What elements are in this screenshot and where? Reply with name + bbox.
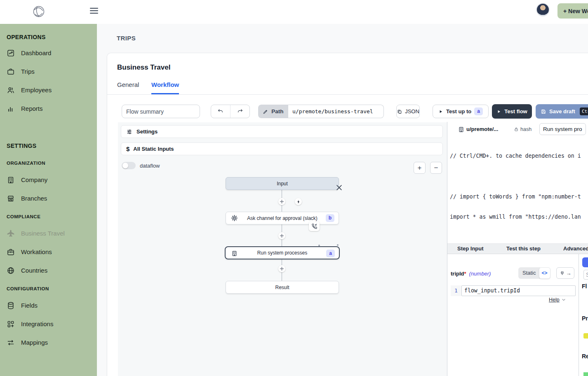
truncated-search-input[interactable]: S <box>583 270 588 280</box>
test-flow-label: Test flow <box>504 108 527 114</box>
tab-workflow[interactable]: Workflow <box>151 81 179 94</box>
sidebar-item-fields[interactable]: Fields <box>0 296 97 315</box>
mappings-icon <box>7 339 15 347</box>
sidebar-item-reports[interactable]: Reports <box>0 99 97 118</box>
add-step-icon[interactable] <box>278 198 285 205</box>
plug-icon <box>560 271 565 276</box>
avatar[interactable] <box>536 3 550 16</box>
sidebar-item-integrations[interactable]: Integrations <box>0 315 97 333</box>
expression-input[interactable]: flow_input.tripId <box>461 285 576 296</box>
sidebar-item-label: Business Travel <box>21 230 65 237</box>
menu-icon[interactable] <box>90 8 98 16</box>
building-icon <box>7 176 15 184</box>
tabs-divider <box>107 94 588 95</box>
close-icon[interactable] <box>336 184 342 191</box>
dataflow-toggle[interactable] <box>122 162 136 169</box>
code-line: // Ctrl/CMD+. to cache dependencies on i <box>450 152 588 160</box>
sidebar-item-workations[interactable]: Workations <box>0 243 97 261</box>
sidebar-item-label: Fields <box>21 302 38 309</box>
sidebar-heading-compliance: COMPLIANCE <box>0 214 97 219</box>
static-mode-button[interactable]: Static <box>518 267 540 279</box>
add-step-icon[interactable] <box>278 265 285 272</box>
path-button-label: Path <box>271 108 283 114</box>
sidebar-item-mappings[interactable]: Mappings <box>0 333 97 352</box>
path-input[interactable] <box>288 105 384 118</box>
sidebar-item-branches[interactable]: Branches <box>0 189 97 208</box>
flow-node-run-system-processes[interactable]: Run system processes a <box>225 246 340 259</box>
connect-input-button[interactable]: → <box>556 267 574 279</box>
sliders-icon <box>126 128 133 135</box>
flow-node-result[interactable]: Result <box>226 281 339 294</box>
hash-label: hash <box>520 126 532 132</box>
new-workation-button[interactable]: + New Wor <box>557 3 588 19</box>
flow-summary-input[interactable] <box>122 105 200 118</box>
plane-icon <box>7 229 15 238</box>
flow-settings-row[interactable]: Settings <box>121 125 443 138</box>
save-draft-label: Save draft <box>549 108 575 114</box>
sidebar-item-trips[interactable]: Trips <box>0 62 97 81</box>
code-mode-button[interactable]: <> <box>539 267 550 279</box>
flow-canvas[interactable]: Settings $ All Static Inputs dataflow + … <box>118 122 447 376</box>
building-icon <box>458 126 464 133</box>
undo-button[interactable] <box>211 105 230 118</box>
sidebar-heading-configuration: CONFIGURATION <box>0 286 97 291</box>
flow-node-approval[interactable]: Ask channel for approval (slack) b <box>226 212 339 224</box>
json-icon <box>397 109 402 114</box>
test-flow-button[interactable]: Test flow <box>492 104 532 119</box>
node-handle-dot <box>318 245 320 246</box>
breadcrumb: TRIPS <box>117 35 136 42</box>
sidebar-item-label: Workations <box>21 248 52 255</box>
node-label: Result <box>275 285 289 290</box>
argument-type: (number) <box>469 271 491 277</box>
panel-divider <box>579 254 579 376</box>
dollar-icon: $ <box>126 145 129 152</box>
top-bar: + New Wor <box>0 0 588 24</box>
json-button[interactable]: JSON <box>396 105 420 118</box>
code-editor[interactable]: // Ctrl/CMD+. to cache dependencies on i… <box>447 137 588 242</box>
page-title: Business Travel <box>117 63 170 72</box>
step-input-section: tripId* (number) Static <> → 1 flow_inpu… <box>447 254 588 376</box>
input-mode-toggle: Static <> <box>518 267 550 279</box>
sidebar-item-company[interactable]: Company <box>0 170 97 189</box>
sidebar-item-label: Mappings <box>21 339 48 346</box>
path-button[interactable]: Path <box>258 105 288 118</box>
step-summary-input[interactable] <box>539 123 586 135</box>
flow-node-input[interactable]: Input <box>226 177 339 190</box>
add-step-icon[interactable] <box>278 232 285 239</box>
test-up-to-button[interactable]: Test up to a <box>433 105 489 118</box>
dashboard-icon <box>7 49 15 57</box>
zoom-out-button[interactable]: − <box>430 162 442 174</box>
truncated-blue-button[interactable] <box>582 257 588 267</box>
save-draft-button[interactable]: Save draft Ctrl <box>536 104 588 119</box>
zoom-in-button[interactable]: + <box>414 162 426 174</box>
truncated-result-label: Re <box>582 353 588 360</box>
app-logo-icon <box>31 4 46 19</box>
lock-icon <box>514 127 519 132</box>
database-icon <box>7 301 15 310</box>
dataflow-toggle-label: dataflow <box>140 163 160 169</box>
step-badge: a <box>474 107 483 115</box>
flow-static-inputs-row[interactable]: $ All Static Inputs <box>121 142 443 155</box>
sidebar-item-label: Employees <box>21 86 52 93</box>
sidebar-item-dashboard[interactable]: Dashboard <box>0 44 97 62</box>
expression-editor[interactable]: 1 flow_input.tripId <box>451 285 576 296</box>
sidebar-item-business-travel[interactable]: Business Travel <box>0 224 97 243</box>
sidebar-heading-settings: SETTINGS <box>0 142 97 149</box>
code-line <box>450 234 588 241</box>
trigger-bolt-icon[interactable] <box>295 198 302 205</box>
tab-test-this-step[interactable]: Test this step <box>506 245 541 252</box>
truncated-flow-input-label: Fl <box>582 283 587 290</box>
sidebar-item-employees[interactable]: Employees <box>0 81 97 99</box>
suitcase-icon <box>7 248 15 256</box>
play-icon <box>438 109 443 114</box>
redo-button[interactable] <box>230 105 250 118</box>
help-link[interactable]: Help <box>549 297 566 303</box>
play-icon <box>496 109 501 114</box>
sidebar-item-label: Branches <box>21 195 47 202</box>
tab-general[interactable]: General <box>117 81 139 93</box>
sidebar-item-countries[interactable]: Countries <box>0 261 97 280</box>
tab-advanced[interactable]: Advanced <box>563 245 588 252</box>
sidebar-item-label: Dashboard <box>21 49 51 56</box>
argument-name: tripId <box>451 271 464 277</box>
tab-step-input[interactable]: Step Input <box>457 245 484 252</box>
